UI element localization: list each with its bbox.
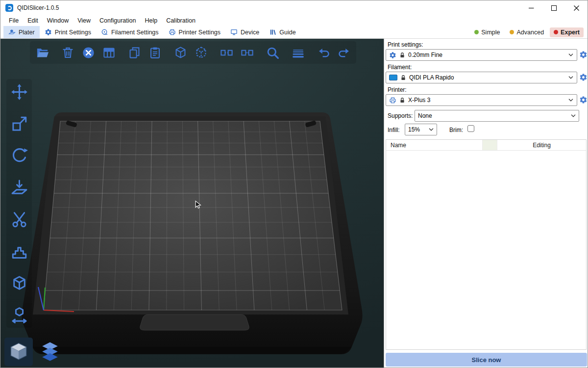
title-bar: QIDISlicer-1.0.5 [0, 0, 588, 15]
chevron-down-icon [571, 114, 576, 117]
search-button[interactable] [262, 42, 283, 63]
cut-button[interactable] [7, 209, 31, 230]
plater-icon [8, 28, 16, 36]
paste-button[interactable] [145, 42, 165, 63]
arrange-icon [102, 46, 116, 60]
gear-icon [579, 73, 588, 81]
split-parts-icon [240, 46, 254, 60]
scale-button[interactable] [7, 113, 31, 134]
measure-button[interactable] [7, 272, 31, 294]
layers-icon [291, 46, 305, 60]
brim-checkbox[interactable] [467, 125, 474, 132]
support-painting-button[interactable] [7, 240, 31, 262]
rotate-icon [10, 147, 28, 165]
print-settings-combo[interactable]: 0.20mm Fine [386, 49, 577, 61]
menu-help[interactable]: Help [140, 17, 162, 24]
print-settings-gear-button[interactable] [579, 51, 588, 59]
maximize-button[interactable] [542, 0, 565, 15]
side-panel: Print settings: 0.20mm Fine Filament: QI… [384, 39, 588, 368]
tab-label: Device [241, 29, 259, 36]
chevron-down-icon [429, 128, 434, 131]
menu-file[interactable]: File [4, 17, 23, 24]
close-button[interactable] [565, 0, 588, 15]
cube-dashed-icon [194, 46, 208, 60]
printer-settings-icon [169, 28, 176, 36]
print-settings-icon [45, 28, 52, 36]
scale-icon [10, 115, 28, 133]
mode-switcher: Simple Advanced Expert [470, 26, 588, 38]
menu-edit[interactable]: Edit [23, 17, 43, 24]
tab-printer-settings[interactable]: Printer Settings [164, 26, 225, 38]
expert-mode-dot-icon [554, 30, 558, 34]
trash-icon [61, 46, 75, 60]
move-button[interactable] [7, 81, 31, 103]
mode-label: Advanced [516, 29, 544, 36]
search-icon [266, 46, 280, 60]
place-on-face-button[interactable] [7, 177, 31, 198]
mode-simple[interactable]: Simple [470, 27, 504, 37]
mode-advanced[interactable]: Advanced [506, 27, 548, 37]
close-icon [574, 5, 579, 11]
print-settings-value: 0.20mm Fine [408, 52, 442, 58]
preview-layers-icon [37, 339, 63, 365]
spacing-button[interactable] [7, 304, 31, 326]
menu-view[interactable]: View [73, 17, 95, 24]
filament-settings-icon [101, 28, 108, 36]
chevron-down-icon [568, 53, 573, 56]
infill-label: Infill: [388, 127, 400, 133]
object-list-header: Name Editing [386, 140, 586, 151]
mode-expert[interactable]: Expert [550, 27, 584, 37]
slice-now-button[interactable]: Slice now [386, 353, 587, 367]
add-instance-button[interactable] [170, 42, 191, 63]
object-list[interactable]: Name Editing [386, 139, 587, 350]
preview-view-button[interactable] [36, 338, 64, 366]
chevron-down-icon [568, 99, 573, 102]
remove-instance-button[interactable] [191, 42, 211, 63]
move-icon [10, 83, 28, 101]
filament-combo[interactable]: QIDI PLA Rapido [386, 72, 577, 83]
printer-gear-button[interactable] [579, 96, 588, 104]
chevron-down-icon [568, 76, 573, 79]
menu-configuration[interactable]: Configuration [95, 17, 140, 24]
gear-icon [389, 52, 396, 59]
tab-label: Printer Settings [179, 29, 220, 36]
tab-label: Plater [19, 29, 35, 36]
viewport-3d[interactable] [0, 39, 384, 368]
open-button[interactable] [32, 42, 52, 63]
maximize-icon [551, 5, 557, 11]
column-header-name: Name [386, 140, 483, 150]
undo-button[interactable] [313, 42, 334, 63]
menu-window[interactable]: Window [43, 17, 73, 24]
mouse-cursor-icon [193, 200, 203, 210]
menu-calibration[interactable]: Calibration [162, 17, 200, 24]
rotate-button[interactable] [7, 145, 31, 166]
gear-icon [579, 51, 588, 59]
tab-guide[interactable]: Guide [264, 26, 300, 38]
filament-value: QIDI PLA Rapido [409, 74, 454, 81]
gizmo-toolbar [6, 79, 32, 328]
variable-layer-height-button[interactable] [288, 42, 308, 63]
arrange-button[interactable] [98, 42, 119, 63]
minimize-button[interactable] [520, 0, 542, 15]
split-to-objects-button[interactable] [216, 42, 237, 63]
split-to-parts-button[interactable] [237, 42, 257, 63]
infill-combo[interactable]: 15% [405, 124, 437, 135]
redo-button[interactable] [334, 42, 354, 63]
tab-plater[interactable]: Plater [3, 26, 40, 38]
tab-label: Guide [279, 29, 295, 36]
editor-view-button[interactable] [4, 338, 33, 366]
guide-icon [269, 28, 276, 36]
gear-icon [579, 96, 588, 104]
scissors-icon [10, 210, 28, 229]
copy-button[interactable] [124, 42, 145, 63]
delete-button[interactable] [57, 42, 78, 63]
delete-all-button[interactable] [78, 42, 98, 63]
tab-device[interactable]: Device [225, 26, 264, 38]
supports-combo[interactable]: None [415, 110, 579, 122]
tab-print-settings[interactable]: Print Settings [40, 26, 96, 38]
filament-gear-button[interactable] [579, 73, 588, 81]
printer-combo[interactable]: X-Plus 3 [386, 94, 577, 106]
tab-filament-settings[interactable]: Filament Settings [96, 26, 164, 38]
redo-icon [337, 46, 351, 60]
tab-label: Print Settings [55, 29, 91, 36]
